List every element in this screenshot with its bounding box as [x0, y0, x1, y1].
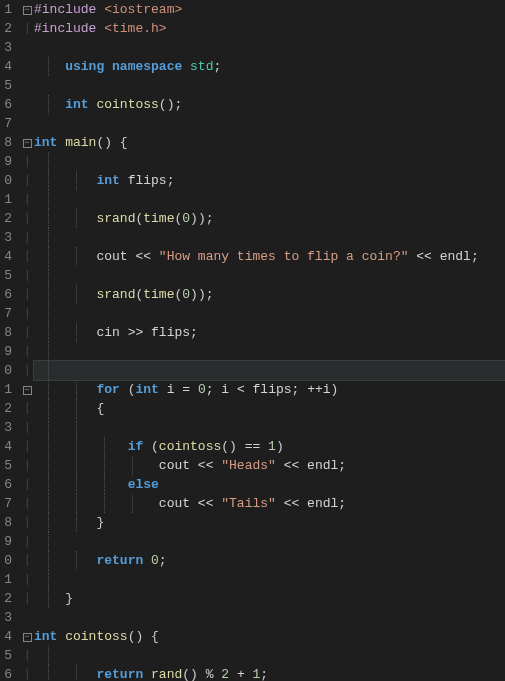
fold-toggle-icon[interactable]: −	[20, 133, 34, 152]
code-token: 1	[268, 439, 276, 454]
code-line[interactable]: int cointoss() {	[34, 627, 505, 646]
code-line[interactable]: cout << "Tails" << endl;	[34, 494, 505, 513]
code-token: <	[237, 382, 253, 397]
code-token: 2	[221, 667, 229, 681]
line-number: 2	[0, 19, 12, 38]
code-line[interactable]	[34, 304, 505, 323]
code-line[interactable]	[34, 228, 505, 247]
indent-guide	[48, 228, 49, 247]
fold-toggle-icon[interactable]: −	[20, 380, 34, 399]
fold-column: −│−││││││││││││−│││││││││││−││	[20, 0, 34, 681]
code-line[interactable]	[34, 532, 505, 551]
code-token: <<	[135, 249, 158, 264]
code-token: endl	[440, 249, 471, 264]
indent-guide	[48, 399, 49, 418]
code-line[interactable]: for (int i = 0; i < flips; ++i)	[34, 380, 505, 399]
code-line[interactable]: return rand() % 2 + 1;	[34, 665, 505, 681]
indent-guide	[76, 380, 77, 399]
code-line[interactable]	[34, 608, 505, 627]
fold-guide-icon: │	[20, 342, 34, 361]
line-number: 3	[0, 418, 12, 437]
code-token: cout	[159, 458, 198, 473]
code-line[interactable]: cout << "How many times to flip a coin?"…	[34, 247, 505, 266]
code-token: +	[229, 667, 252, 681]
indent-guide	[48, 209, 49, 228]
code-token: srand	[96, 211, 135, 226]
code-token: "Tails"	[221, 496, 276, 511]
indent-guide	[48, 323, 49, 342]
code-line[interactable]	[34, 418, 505, 437]
fold-guide-icon: │	[20, 437, 34, 456]
line-number: 4	[0, 437, 12, 456]
fold-guide-icon: │	[20, 190, 34, 209]
fold-toggle-icon[interactable]: −	[20, 0, 34, 19]
fold-toggle-icon[interactable]: −	[20, 627, 34, 646]
indent-guide	[76, 513, 77, 532]
code-token: ;	[292, 382, 308, 397]
indent-guide	[76, 418, 77, 437]
code-token: ));	[190, 287, 213, 302]
indent-guide	[48, 380, 49, 399]
indent-guide	[76, 209, 77, 228]
line-number: 8	[0, 133, 12, 152]
code-line[interactable]	[34, 342, 505, 361]
code-line[interactable]: int main() {	[34, 133, 505, 152]
code-line[interactable]: #include <time.h>	[34, 19, 505, 38]
code-line[interactable]	[34, 114, 505, 133]
code-token: std	[190, 59, 213, 74]
line-number: 3	[0, 38, 12, 57]
code-editor[interactable]: #include <iostream>#include <time.h> usi…	[34, 0, 505, 681]
code-token: ; i	[206, 382, 237, 397]
indent-guide	[48, 342, 49, 361]
code-line[interactable]: }	[34, 513, 505, 532]
indent-guide	[76, 437, 77, 456]
fold-guide-icon: │	[20, 589, 34, 608]
line-number: 9	[0, 532, 12, 551]
line-number: 3	[0, 228, 12, 247]
code-line[interactable]	[34, 76, 505, 95]
line-number-gutter: 123456789012345678901234567890123456	[0, 0, 20, 681]
code-line[interactable]	[34, 38, 505, 57]
code-line[interactable]: #include <iostream>	[34, 0, 505, 19]
code-line[interactable]: return 0;	[34, 551, 505, 570]
code-line[interactable]: srand(time(0));	[34, 209, 505, 228]
line-number: 8	[0, 513, 12, 532]
fold-guide-icon: │	[20, 475, 34, 494]
code-line[interactable]	[34, 646, 505, 665]
fold-guide-icon: │	[20, 304, 34, 323]
code-token: {	[151, 629, 159, 644]
fold-guide-icon: │	[20, 247, 34, 266]
indent-guide	[48, 190, 49, 209]
code-line[interactable]: int flips;	[34, 171, 505, 190]
code-token: 0	[182, 211, 190, 226]
fold-guide-icon: │	[20, 323, 34, 342]
line-number: 9	[0, 342, 12, 361]
code-line[interactable]: cout << "Heads" << endl;	[34, 456, 505, 475]
code-line[interactable]: else	[34, 475, 505, 494]
code-line[interactable]: }	[34, 589, 505, 608]
code-line[interactable]	[34, 266, 505, 285]
indent-guide	[48, 532, 49, 551]
indent-whitespace	[34, 287, 96, 302]
indent-guide	[48, 57, 49, 76]
indent-guide	[76, 551, 77, 570]
code-line[interactable]: using namespace std;	[34, 57, 505, 76]
code-token: >>	[128, 325, 151, 340]
code-token: <<	[408, 249, 439, 264]
code-line[interactable]: if (cointoss() == 1)	[34, 437, 505, 456]
code-line[interactable]: {	[34, 399, 505, 418]
code-line[interactable]	[34, 361, 505, 380]
code-line[interactable]: cin >> flips;	[34, 323, 505, 342]
code-token: rand	[151, 667, 182, 681]
code-line[interactable]	[34, 152, 505, 171]
code-line[interactable]	[34, 190, 505, 209]
code-token: }	[65, 591, 73, 606]
code-token: cout	[96, 249, 135, 264]
line-number: 2	[0, 209, 12, 228]
indent-guide	[48, 361, 49, 380]
code-line[interactable]: srand(time(0));	[34, 285, 505, 304]
code-token: ()	[96, 135, 119, 150]
code-line[interactable]: int cointoss();	[34, 95, 505, 114]
code-token: <<	[198, 458, 221, 473]
code-line[interactable]	[34, 570, 505, 589]
